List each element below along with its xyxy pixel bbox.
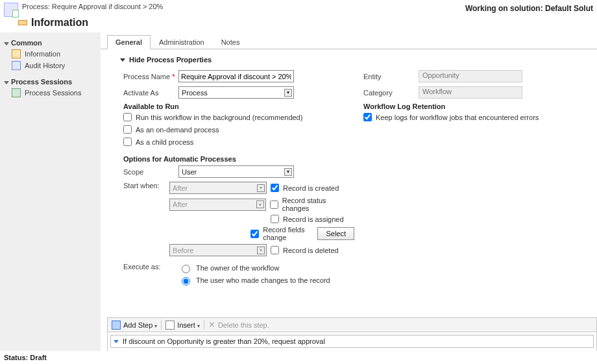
status-bar: Status: Draft xyxy=(0,351,597,364)
chevron-down-icon: ▾ xyxy=(284,168,292,176)
header-process-title: Process: Require Approval if discount > … xyxy=(22,3,163,10)
as-child-checkbox[interactable]: As a child process xyxy=(123,138,354,146)
execute-as-owner-radio[interactable]: The owner of the workflow xyxy=(178,263,330,273)
information-icon xyxy=(18,20,27,25)
workflow-log-retention-label: Workflow Log Retention xyxy=(363,103,588,110)
collapse-label: Hide Process Properties xyxy=(129,56,212,64)
select-fields-button[interactable]: Select xyxy=(317,227,354,240)
on-demand-checkbox[interactable]: As an on-demand process xyxy=(123,125,354,134)
execute-as-label: Execute as: xyxy=(123,263,178,271)
sidebar-item-process-sessions[interactable]: Process Sessions xyxy=(3,87,98,99)
tab-notes[interactable]: Notes xyxy=(213,35,249,49)
sidebar-item-label: Audit History xyxy=(25,62,65,69)
start-when-after-1-select[interactable]: After▾ xyxy=(169,182,267,194)
chevron-down-icon: ▾ xyxy=(257,247,265,254)
add-step-icon xyxy=(112,321,121,330)
sidebar: Common Information Audit History Process… xyxy=(0,32,101,364)
record-created-checkbox[interactable]: Record is created xyxy=(271,184,339,192)
sidebar-section-process-sessions[interactable]: Process Sessions xyxy=(3,77,98,87)
execute-as-user-radio[interactable]: The user who made changes to the record xyxy=(178,275,330,285)
entity-readonly: Opportunity xyxy=(419,70,522,82)
information-icon xyxy=(12,49,21,58)
activate-as-select[interactable]: Process▾ xyxy=(178,86,294,99)
start-when-before-select[interactable]: Before▾ xyxy=(169,244,267,256)
record-assigned-checkbox[interactable]: Record is assigned xyxy=(271,215,344,223)
available-to-run-label: Available to Run xyxy=(123,103,354,110)
sidebar-item-label: Information xyxy=(25,50,60,58)
insert-icon xyxy=(165,321,175,330)
step-toolbar: Add Step ▾ Insert ▾ ✕ Delete this step. xyxy=(107,317,597,332)
chevron-down-icon: ▾ xyxy=(284,89,292,97)
hide-process-properties-toggle[interactable]: Hide Process Properties xyxy=(120,56,597,70)
category-readonly: Workflow xyxy=(419,86,522,99)
process-header-icon xyxy=(4,3,18,17)
tab-administration[interactable]: Administration xyxy=(151,35,213,49)
sidebar-section-common[interactable]: Common xyxy=(3,38,98,48)
sidebar-item-label: Process Sessions xyxy=(25,89,81,97)
record-status-changes-checkbox[interactable]: Record status changes xyxy=(270,197,354,212)
process-name-input[interactable] xyxy=(178,70,294,82)
start-when-label: Start when: xyxy=(123,182,169,189)
record-deleted-checkbox[interactable]: Record is deleted xyxy=(271,246,339,254)
delete-step[interactable]: Delete this step. xyxy=(218,321,269,329)
add-step-menu[interactable]: Add Step ▾ xyxy=(123,321,157,329)
tab-general[interactable]: General xyxy=(107,35,151,49)
activate-as-label: Activate As xyxy=(123,89,178,97)
start-when-after-2-select[interactable]: After▾ xyxy=(169,199,266,211)
record-fields-change-checkbox[interactable]: Record fields change xyxy=(250,226,313,241)
process-name-label: Process Name * xyxy=(123,73,178,80)
expand-step-icon[interactable] xyxy=(114,340,119,343)
run-background-checkbox[interactable]: Run this workflow in the background (rec… xyxy=(123,113,354,121)
chevron-down-icon xyxy=(4,42,9,45)
options-automatic-label: Options for Automatic Processes xyxy=(123,155,354,163)
chevron-down-icon xyxy=(120,58,125,62)
keep-logs-checkbox[interactable]: Keep logs for workflow jobs that encount… xyxy=(363,113,588,121)
chevron-down-icon: ▾ xyxy=(256,200,264,208)
chevron-down-icon xyxy=(4,81,9,84)
entity-label: Entity xyxy=(363,73,419,80)
insert-menu[interactable]: Insert ▾ xyxy=(177,321,200,329)
process-sessions-icon xyxy=(12,88,21,97)
category-label: Category xyxy=(363,89,419,97)
delete-icon: ✕ xyxy=(208,320,215,330)
chevron-down-icon: ▾ xyxy=(257,184,265,192)
page-title: Information xyxy=(31,17,88,29)
scope-label: Scope xyxy=(123,168,178,176)
working-on-solution: Working on solution: Default Solut xyxy=(465,3,593,17)
sidebar-item-audit-history[interactable]: Audit History xyxy=(3,60,98,71)
audit-history-icon xyxy=(12,61,21,70)
step-description[interactable]: If discount on Opportunity is greater th… xyxy=(110,335,594,348)
scope-select[interactable]: User▾ xyxy=(178,165,294,178)
sidebar-item-information[interactable]: Information xyxy=(3,48,98,60)
